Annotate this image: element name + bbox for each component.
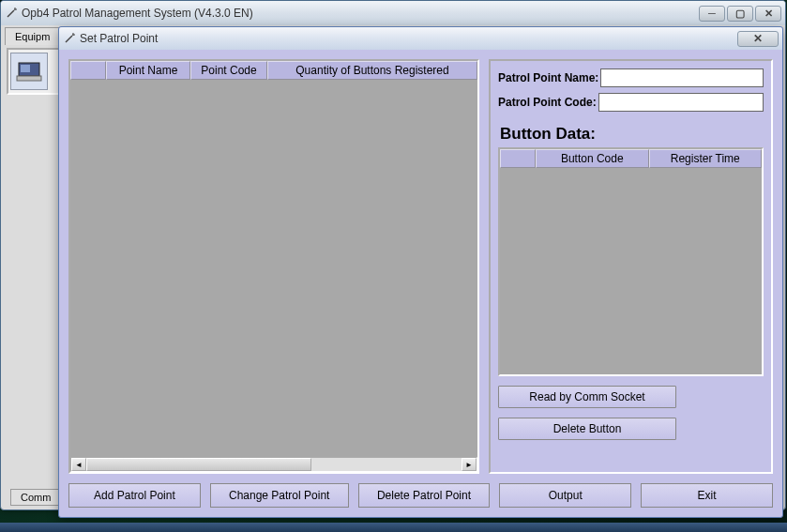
scroll-thumb[interactable]: [86, 458, 311, 471]
main-titlebar[interactable]: Opb4 Patrol Management System (V4.3.0 EN…: [1, 1, 785, 25]
add-patrol-point-button[interactable]: Add Patrol Point: [68, 483, 201, 508]
button-data-heading: Button Data:: [500, 125, 762, 144]
close-button[interactable]: ✕: [755, 6, 781, 22]
svg-line-7: [66, 36, 72, 42]
button-data-grid[interactable]: Button Code Register Time: [498, 147, 764, 376]
dialog-bottom-buttons: Add Patrol Point Change Patrol Point Del…: [68, 483, 773, 508]
grid-corner: [70, 61, 106, 80]
horizontal-scrollbar[interactable]: ◄ ►: [70, 457, 477, 472]
windows-taskbar[interactable]: [0, 523, 787, 532]
dialog-icon: [63, 32, 76, 45]
svg-rect-5: [21, 65, 30, 72]
change-patrol-point-button[interactable]: Change Patrol Point: [210, 483, 349, 508]
col-quantity[interactable]: Quantity of Buttons Registered: [267, 61, 477, 80]
app-icon: [5, 7, 18, 20]
patrol-point-code-input[interactable]: [598, 93, 764, 112]
output-button[interactable]: Output: [499, 483, 631, 508]
scroll-track[interactable]: [86, 458, 462, 471]
dialog-close-button[interactable]: ✕: [737, 31, 779, 47]
col-point-name[interactable]: Point Name: [106, 61, 190, 80]
bottom-tab-comm[interactable]: Comm: [10, 489, 61, 506]
equipment-tab[interactable]: Equipm: [5, 27, 60, 45]
main-title: Opb4 Patrol Management System (V4.3.0 EN…: [22, 7, 699, 20]
minimize-button[interactable]: ─: [699, 6, 725, 22]
patrol-points-grid[interactable]: Point Name Point Code Quantity of Button…: [68, 59, 479, 474]
dialog-titlebar[interactable]: Set Patrol Point ✕: [59, 27, 782, 50]
delete-patrol-point-button[interactable]: Delete Patrol Point: [358, 483, 491, 508]
read-comm-socket-button[interactable]: Read by Comm Socket: [498, 386, 676, 408]
dialog-title: Set Patrol Point: [80, 32, 737, 45]
grid-body[interactable]: [70, 80, 477, 457]
scroll-right-arrow[interactable]: ►: [462, 458, 477, 471]
scroll-left-arrow[interactable]: ◄: [71, 458, 86, 471]
col-register-time[interactable]: Register Time: [649, 149, 763, 168]
set-patrol-point-dialog: Set Patrol Point ✕ Point Name Point Code…: [58, 26, 783, 518]
small-grid-corner: [500, 149, 536, 168]
col-point-code[interactable]: Point Code: [190, 61, 267, 80]
svg-point-1: [14, 8, 16, 10]
patrol-points-panel: Point Name Point Code Quantity of Button…: [68, 59, 479, 474]
maximize-button[interactable]: ▢: [727, 6, 753, 22]
delete-button-button[interactable]: Delete Button: [498, 418, 676, 440]
exit-button[interactable]: Exit: [641, 483, 773, 508]
patrol-point-detail-panel: Patrol Point Name: Patrol Point Code: Bu…: [489, 59, 773, 474]
patrol-point-name-label: Patrol Point Name:: [498, 71, 598, 84]
svg-line-0: [8, 10, 14, 17]
svg-point-8: [72, 34, 74, 36]
col-button-code[interactable]: Button Code: [536, 149, 649, 168]
patrol-point-name-input[interactable]: [600, 68, 764, 87]
svg-rect-6: [17, 76, 41, 81]
patrol-point-code-label: Patrol Point Code:: [498, 96, 597, 109]
toolbar-icon[interactable]: [10, 53, 48, 90]
